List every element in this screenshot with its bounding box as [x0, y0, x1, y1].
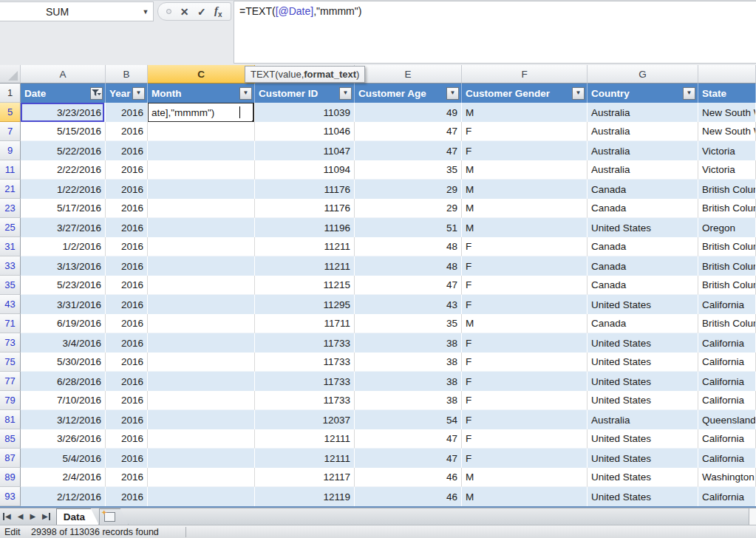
cell-month[interactable] [148, 429, 255, 449]
cell-customer-age[interactable]: 54 [355, 410, 462, 429]
cell-customer-age[interactable]: 48 [355, 237, 462, 256]
cell-customer-age[interactable]: 47 [355, 141, 462, 160]
cell-customer-gender[interactable]: F [462, 276, 588, 295]
table-header-country[interactable]: Country ▼ [588, 84, 698, 103]
cell-month[interactable] [148, 237, 255, 256]
formula-bar-input[interactable]: =TEXT([@Date],"mmmm") [234, 1, 756, 64]
row-number[interactable]: 77 [0, 372, 21, 391]
cell-customer-gender[interactable]: F [462, 256, 588, 276]
cell-customer-gender[interactable]: M [462, 218, 588, 237]
cell-customer-age[interactable]: 35 [355, 160, 462, 180]
cell-customer-gender[interactable]: M [462, 199, 588, 218]
cell-state[interactable]: California [698, 391, 756, 410]
column-header-h[interactable] [698, 65, 756, 84]
row-number[interactable]: 79 [0, 391, 21, 410]
table-header-customer-age[interactable]: Customer Age ▼ [355, 84, 462, 103]
cell-month[interactable] [148, 468, 255, 487]
cell-customer-id[interactable]: 11215 [255, 276, 355, 295]
cell-customer-gender[interactable]: F [462, 429, 588, 449]
cell-date[interactable]: 5/4/2016 [21, 449, 106, 468]
row-number[interactable]: 7 [0, 122, 21, 141]
cell-year[interactable]: 2016 [106, 295, 148, 314]
enter-button[interactable]: ✓ [197, 7, 206, 17]
cell-customer-gender[interactable]: F [462, 372, 588, 391]
cell-state[interactable]: California [698, 333, 756, 353]
cell-state[interactable]: British Columbia [698, 237, 756, 256]
cell-customer-gender[interactable]: F [462, 353, 588, 372]
cell-customer-id[interactable]: 11211 [255, 237, 355, 256]
cell-year[interactable]: 2016 [106, 314, 148, 333]
cell-date[interactable]: 3/12/2016 [21, 410, 106, 429]
cell-year[interactable]: 2016 [106, 353, 148, 372]
row-number[interactable]: 73 [0, 333, 21, 353]
cell-month[interactable] [148, 295, 255, 314]
cell-date[interactable]: 5/30/2016 [21, 353, 106, 372]
cancel-button[interactable]: ✕ [180, 7, 189, 17]
cell-customer-id[interactable]: 12111 [255, 449, 355, 468]
date-filter-button[interactable] [90, 87, 103, 100]
cell-customer-gender[interactable]: M [462, 314, 588, 333]
cell-year[interactable]: 2016 [106, 449, 148, 468]
cell-customer-age[interactable]: 38 [355, 333, 462, 353]
cell-date[interactable]: 3/27/2016 [21, 218, 106, 237]
cell-country[interactable]: Australia [588, 141, 698, 160]
cell-country[interactable]: United States [588, 487, 698, 506]
cell-country[interactable]: Canada [588, 237, 698, 256]
cell-date[interactable]: 7/10/2016 [21, 391, 106, 410]
table-header-customer-id[interactable]: Customer ID ▼ [255, 84, 355, 103]
row-number[interactable]: 5 [0, 103, 21, 122]
cell-month[interactable] [148, 199, 255, 218]
cell-country[interactable]: United States [588, 429, 698, 449]
cell-country[interactable]: Canada [588, 256, 698, 276]
cell-year[interactable]: 2016 [106, 218, 148, 237]
country-dropdown-button[interactable]: ▼ [683, 87, 695, 100]
row-number[interactable]: 35 [0, 276, 21, 295]
cell-month[interactable] [148, 160, 255, 180]
cell-customer-id[interactable]: 11733 [255, 372, 355, 391]
name-box[interactable]: SUM [0, 1, 154, 21]
cell-customer-age[interactable]: 51 [355, 218, 462, 237]
cell-month[interactable] [148, 180, 255, 199]
sheet-tab-data[interactable]: Data [56, 508, 99, 525]
cell-date[interactable]: 6/28/2016 [21, 372, 106, 391]
cell-customer-id[interactable]: 12111 [255, 429, 355, 449]
cell-customer-age[interactable]: 43 [355, 295, 462, 314]
cell-customer-gender[interactable]: F [462, 122, 588, 141]
cell-month[interactable] [148, 391, 255, 410]
cell-year[interactable]: 2016 [106, 391, 148, 410]
cell-country[interactable]: United States [588, 295, 698, 314]
row-number[interactable]: 9 [0, 141, 21, 160]
row-number[interactable]: 87 [0, 449, 21, 468]
cell-customer-gender[interactable]: M [462, 160, 588, 180]
cell-month[interactable] [148, 218, 255, 237]
cell-date[interactable]: 5/23/2016 [21, 276, 106, 295]
cell-customer-gender[interactable]: M [462, 180, 588, 199]
table-header-date[interactable]: Date [21, 84, 106, 103]
row-number[interactable]: 23 [0, 199, 21, 218]
cell-customer-age[interactable]: 38 [355, 372, 462, 391]
cell-state[interactable]: New South Wales [698, 103, 756, 122]
cell-customer-age[interactable]: 48 [355, 256, 462, 276]
cell-state[interactable]: Washington [698, 468, 756, 487]
cell-month[interactable] [148, 333, 255, 353]
cell-customer-id[interactable]: 12119 [255, 487, 355, 506]
cell-month[interactable] [148, 314, 255, 333]
cell-customer-age[interactable]: 47 [355, 276, 462, 295]
cell-customer-age[interactable]: 29 [355, 199, 462, 218]
cell-customer-gender[interactable]: F [462, 141, 588, 160]
row-number[interactable]: 33 [0, 256, 21, 276]
insert-function-button[interactable]: fx [214, 5, 222, 18]
cell-year[interactable]: 2016 [106, 160, 148, 180]
cell-country[interactable]: United States [588, 218, 698, 237]
cell-country[interactable]: United States [588, 449, 698, 468]
cell-customer-id[interactable]: 11094 [255, 160, 355, 180]
table-header-month[interactable]: Month ▼ [148, 84, 255, 103]
cell-country[interactable]: Australia [588, 160, 698, 180]
cell-month[interactable] [148, 276, 255, 295]
cell-state[interactable]: California [698, 429, 756, 449]
row-header-1[interactable]: 1 [0, 84, 21, 103]
row-number[interactable]: 21 [0, 180, 21, 199]
month-dropdown-button[interactable]: ▼ [239, 87, 252, 100]
cell-year[interactable]: 2016 [106, 410, 148, 429]
cell-customer-age[interactable]: 35 [355, 314, 462, 333]
